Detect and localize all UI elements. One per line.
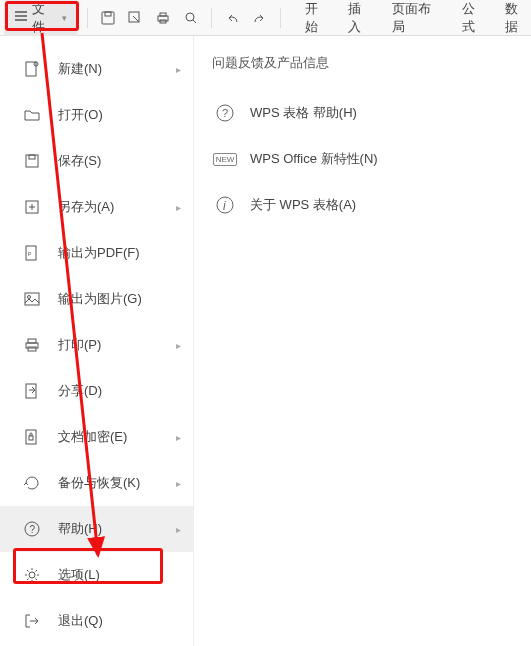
chevron-right-icon: ▸ bbox=[176, 432, 181, 443]
tab-page-layout[interactable]: 页面布局 bbox=[392, 0, 443, 36]
svg-rect-17 bbox=[28, 339, 36, 343]
save-as-icon[interactable] bbox=[125, 8, 145, 28]
menu-label: 输出为图片(G) bbox=[58, 290, 193, 308]
chevron-right-icon: ▸ bbox=[176, 524, 181, 535]
undo-icon[interactable] bbox=[222, 8, 242, 28]
save-icon[interactable] bbox=[98, 8, 118, 28]
svg-rect-20 bbox=[26, 430, 36, 444]
svg-rect-14 bbox=[25, 293, 39, 305]
help-item-wps-help[interactable]: ? WPS 表格 帮助(H) bbox=[204, 90, 521, 136]
menu-item-export-image[interactable]: 输出为图片(G) bbox=[0, 276, 193, 322]
menu-label: 文档加密(E) bbox=[58, 428, 193, 446]
svg-rect-10 bbox=[29, 155, 35, 159]
help-item-whatsnew[interactable]: NEW WPS Office 新特性(N) bbox=[204, 136, 521, 182]
new-icon bbox=[22, 59, 42, 79]
svg-point-15 bbox=[28, 296, 31, 299]
svg-text:P: P bbox=[28, 251, 32, 257]
menu-label: 输出为PDF(F) bbox=[58, 244, 193, 262]
help-icon: ? bbox=[22, 519, 42, 539]
menu-item-save[interactable]: 保存(S) bbox=[0, 138, 193, 184]
svg-rect-1 bbox=[105, 12, 111, 16]
menu-item-options[interactable]: 选项(L) bbox=[0, 552, 193, 598]
menu-label: 备份与恢复(K) bbox=[58, 474, 193, 492]
gear-icon bbox=[22, 565, 42, 585]
separator bbox=[280, 8, 281, 28]
menu-item-share[interactable]: 分享(D) bbox=[0, 368, 193, 414]
menu-label: 保存(S) bbox=[58, 152, 193, 170]
file-menu-button[interactable]: 文件 ▾ bbox=[4, 0, 77, 40]
help-item-label: 关于 WPS 表格(A) bbox=[250, 196, 356, 214]
preview-icon[interactable] bbox=[181, 8, 201, 28]
svg-text:i: i bbox=[223, 199, 226, 213]
menu-item-print[interactable]: 打印(P) ▸ bbox=[0, 322, 193, 368]
chevron-right-icon: ▸ bbox=[176, 340, 181, 351]
pdf-icon: P bbox=[22, 243, 42, 263]
menu-label: 选项(L) bbox=[58, 566, 193, 584]
save-as-icon bbox=[22, 197, 42, 217]
info-icon: i bbox=[214, 194, 236, 216]
save-icon bbox=[22, 151, 42, 171]
new-badge-icon: NEW bbox=[214, 148, 236, 170]
tab-start[interactable]: 开始 bbox=[305, 0, 331, 36]
separator bbox=[211, 8, 212, 28]
ribbon-tabs: 开始 插入 页面布局 公式 数据 bbox=[305, 0, 531, 36]
menu-label: 退出(Q) bbox=[58, 612, 193, 630]
menu-item-backup[interactable]: 备份与恢复(K) ▸ bbox=[0, 460, 193, 506]
chevron-right-icon: ▸ bbox=[176, 202, 181, 213]
file-menu-sidebar: 新建(N) ▸ 打开(O) 保存(S) 另存为(A) ▸ P 输出为PDF(F)… bbox=[0, 36, 194, 646]
print-icon[interactable] bbox=[153, 8, 173, 28]
lock-icon bbox=[22, 427, 42, 447]
menu-label: 帮助(H) bbox=[58, 520, 193, 538]
panel-title: 问题反馈及产品信息 bbox=[204, 54, 521, 72]
backup-icon bbox=[22, 473, 42, 493]
menu-item-open[interactable]: 打开(O) bbox=[0, 92, 193, 138]
menu-item-encrypt[interactable]: 文档加密(E) ▸ bbox=[0, 414, 193, 460]
tab-insert[interactable]: 插入 bbox=[348, 0, 374, 36]
chevron-down-icon: ▾ bbox=[62, 13, 67, 23]
menu-label: 打印(P) bbox=[58, 336, 193, 354]
print-icon bbox=[22, 335, 42, 355]
open-icon bbox=[22, 105, 42, 125]
svg-point-6 bbox=[186, 13, 194, 21]
file-menu-label: 文件 bbox=[32, 0, 58, 36]
menu-label: 新建(N) bbox=[58, 60, 193, 78]
hamburger-icon bbox=[14, 9, 28, 26]
menu-label: 另存为(A) bbox=[58, 198, 193, 216]
svg-text:?: ? bbox=[222, 107, 228, 119]
help-icon: ? bbox=[214, 102, 236, 124]
chevron-right-icon: ▸ bbox=[176, 478, 181, 489]
help-item-label: WPS 表格 帮助(H) bbox=[250, 104, 357, 122]
help-item-label: WPS Office 新特性(N) bbox=[250, 150, 378, 168]
svg-text:?: ? bbox=[30, 524, 36, 535]
menu-item-help[interactable]: ? 帮助(H) ▸ bbox=[0, 506, 193, 552]
redo-icon[interactable] bbox=[250, 8, 270, 28]
svg-rect-21 bbox=[29, 436, 33, 440]
menu-label: 打开(O) bbox=[58, 106, 193, 124]
top-toolbar: 文件 ▾ 开始 插入 页面布局 公式 数据 bbox=[0, 0, 531, 36]
svg-point-24 bbox=[29, 572, 35, 578]
share-icon bbox=[22, 381, 42, 401]
exit-icon bbox=[22, 611, 42, 631]
svg-rect-9 bbox=[26, 155, 38, 167]
main-area: 新建(N) ▸ 打开(O) 保存(S) 另存为(A) ▸ P 输出为PDF(F)… bbox=[0, 36, 531, 646]
menu-item-new[interactable]: 新建(N) ▸ bbox=[0, 46, 193, 92]
help-item-about[interactable]: i 关于 WPS 表格(A) bbox=[204, 182, 521, 228]
svg-rect-4 bbox=[160, 13, 166, 16]
menu-item-exit[interactable]: 退出(Q) bbox=[0, 598, 193, 644]
tab-formula[interactable]: 公式 bbox=[462, 0, 488, 36]
help-panel: 问题反馈及产品信息 ? WPS 表格 帮助(H) NEW WPS Office … bbox=[194, 36, 531, 646]
image-icon bbox=[22, 289, 42, 309]
chevron-right-icon: ▸ bbox=[176, 64, 181, 75]
menu-item-export-pdf[interactable]: P 输出为PDF(F) bbox=[0, 230, 193, 276]
svg-rect-0 bbox=[102, 12, 114, 24]
menu-item-save-as[interactable]: 另存为(A) ▸ bbox=[0, 184, 193, 230]
separator bbox=[87, 8, 88, 28]
menu-label: 分享(D) bbox=[58, 382, 193, 400]
tab-data[interactable]: 数据 bbox=[505, 0, 531, 36]
